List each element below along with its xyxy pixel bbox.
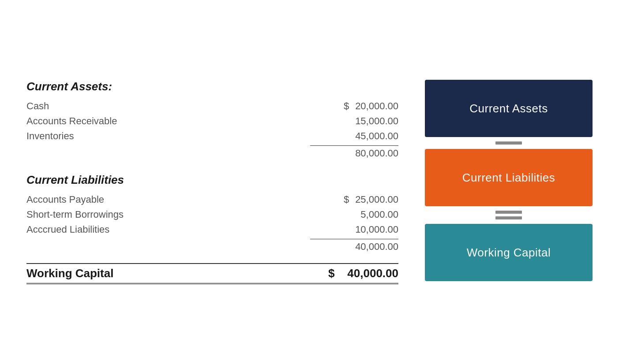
current-liabilities-subtotal-row: 40,000.00: [26, 239, 398, 253]
inventories-amount: 45,000.00: [310, 130, 398, 142]
accrued-liabilities-label: Acccrued Liabilities: [26, 224, 310, 235]
current-liabilities-card-label: Current Liabilities: [462, 171, 555, 185]
wc-value: 40,000.00: [347, 267, 398, 280]
ap-value: 25,000.00: [355, 194, 398, 205]
accounts-payable-row: Accounts Payable $ 25,000.00: [26, 194, 398, 205]
equals-bar-top: [495, 211, 522, 214]
ar-dollar: [344, 115, 353, 127]
inventories-row: Inventories 45,000.00: [26, 130, 398, 142]
main-container: Current Assets: Cash $ 20,000.00 Account…: [0, 62, 619, 302]
cash-dollar: $: [344, 100, 353, 112]
current-liabilities-header: Current Liabilities: [26, 173, 398, 187]
current-liabilities-card: Current Liabilities: [425, 149, 593, 206]
minus-bar: [495, 141, 522, 145]
cash-value: 20,000.00: [355, 100, 398, 111]
inventories-label: Inventories: [26, 130, 310, 142]
al-dollar: [344, 224, 353, 235]
inv-value: 45,000.00: [355, 130, 398, 141]
accounts-payable-amount: $ 25,000.00: [310, 194, 398, 205]
current-assets-header: Current Assets:: [26, 80, 398, 93]
equals-symbol: [495, 206, 522, 224]
stb-dollar: [349, 209, 358, 220]
cash-amount: $ 20,000.00: [310, 100, 398, 112]
accrued-liabilities-row: Acccrued Liabilities 10,000.00: [26, 224, 398, 235]
accrued-liabilities-amount: 10,000.00: [310, 224, 398, 235]
working-capital-card: Working Capital: [425, 224, 593, 281]
current-assets-subtotal-row: 80,000.00: [26, 145, 398, 159]
left-panel: Current Assets: Cash $ 20,000.00 Account…: [26, 80, 398, 284]
cash-row: Cash $ 20,000.00: [26, 100, 398, 112]
current-assets-subtotal: 80,000.00: [310, 145, 398, 159]
short-term-borrowings-amount: 5,000.00: [310, 209, 398, 220]
current-liabilities-subtotal: 40,000.00: [310, 239, 398, 253]
al-value: 10,000.00: [355, 224, 398, 235]
working-capital-amount: $ 40,000.00: [310, 267, 398, 280]
right-panel: Current Assets Current Liabilities Worki…: [425, 80, 593, 281]
stb-value: 5,000.00: [360, 209, 398, 220]
short-term-borrowings-row: Short-term Borrowings 5,000.00: [26, 209, 398, 220]
ar-value: 15,000.00: [355, 115, 398, 126]
cash-label: Cash: [26, 100, 310, 112]
working-capital-label: Working Capital: [26, 267, 113, 280]
working-capital-card-label: Working Capital: [467, 246, 551, 260]
current-assets-card: Current Assets: [425, 80, 593, 137]
wc-dollar: $: [328, 267, 334, 280]
equals-bar-bottom: [495, 216, 522, 219]
accounts-receivable-row: Accounts Receivable 15,000.00: [26, 115, 398, 127]
minus-symbol: [495, 137, 522, 149]
current-assets-card-label: Current Assets: [469, 102, 548, 115]
accounts-receivable-amount: 15,000.00: [310, 115, 398, 127]
short-term-borrowings-label: Short-term Borrowings: [26, 209, 310, 220]
inv-dollar: [344, 130, 353, 142]
working-capital-row: Working Capital $ 40,000.00: [26, 263, 398, 284]
accounts-receivable-label: Accounts Receivable: [26, 115, 310, 127]
accounts-payable-label: Accounts Payable: [26, 194, 310, 205]
ap-dollar: $: [344, 194, 353, 205]
